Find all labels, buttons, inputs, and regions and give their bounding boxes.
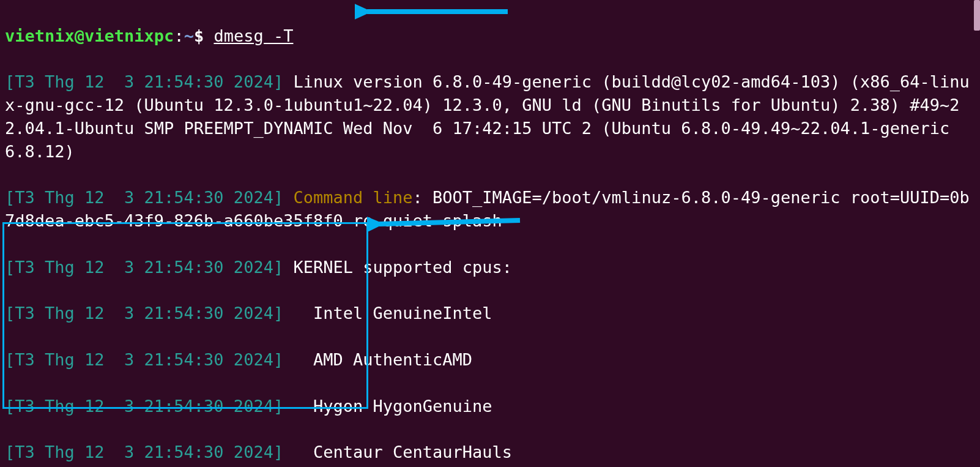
cmdline-colon: : [413, 188, 433, 207]
scrollbar-thumb[interactable] [974, 0, 980, 31]
output-line-6: [T3 Thg 12 3 21:54:30 2024] Hygon HygonG… [5, 395, 975, 418]
timestamp: [T3 Thg 12 3 21:54:30 2024] [5, 443, 283, 461]
line5-text: AMD AuthenticAMD [283, 350, 472, 369]
prompt-line: vietnix@vietnixpc:~$ dmesg -T [5, 24, 975, 48]
command-text: dmesg -T [213, 26, 293, 45]
output-line-7: [T3 Thg 12 3 21:54:30 2024] Centaur Cent… [5, 441, 975, 464]
output-line-2: [T3 Thg 12 3 21:54:30 2024] Command line… [5, 186, 975, 233]
line7-text: Centaur CentaurHauls [283, 443, 512, 461]
line6-text: Hygon HygonGenuine [283, 397, 492, 416]
prompt-user: vietnix [5, 26, 75, 45]
output-line-5: [T3 Thg 12 3 21:54:30 2024] AMD Authenti… [5, 348, 975, 372]
timestamp: [T3 Thg 12 3 21:54:30 2024] [5, 397, 283, 416]
timestamp: [T3 Thg 12 3 21:54:30 2024] [5, 350, 283, 369]
prompt-colon: : [174, 26, 184, 45]
output-line-1: [T3 Thg 12 3 21:54:30 2024] Linux versio… [5, 70, 975, 163]
line4-text: Intel GenuineIntel [283, 304, 492, 323]
prompt-dollar: $ [194, 26, 214, 45]
output-line-3: [T3 Thg 12 3 21:54:30 2024] KERNEL suppo… [5, 256, 975, 279]
timestamp: [T3 Thg 12 3 21:54:30 2024] [5, 304, 283, 323]
line3-text: KERNEL supported cpus: [283, 258, 512, 277]
prompt-at: @ [75, 26, 84, 45]
terminal-output[interactable]: vietnix@vietnixpc:~$ dmesg -T [T3 Thg 12… [5, 1, 975, 467]
cmdline-label: Command line [293, 188, 412, 207]
output-line-4: [T3 Thg 12 3 21:54:30 2024] Intel Genuin… [5, 302, 975, 325]
timestamp: [T3 Thg 12 3 21:54:30 2024] [5, 258, 283, 277]
prompt-host: vietnixpc [84, 26, 174, 45]
timestamp: [T3 Thg 12 3 21:54:30 2024] [5, 188, 283, 207]
prompt-path: ~ [184, 26, 194, 45]
timestamp: [T3 Thg 12 3 21:54:30 2024] [5, 72, 283, 91]
